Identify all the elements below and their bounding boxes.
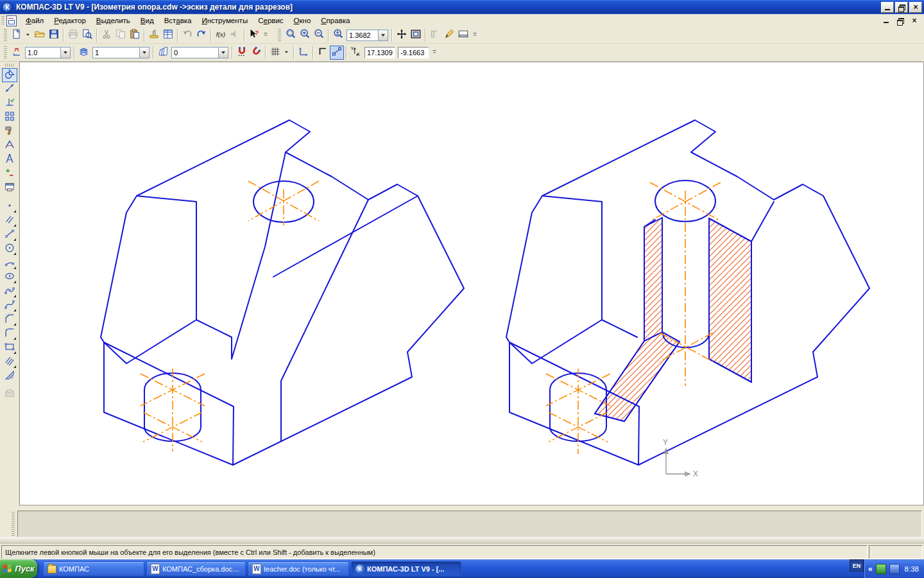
nurbs-tool-button[interactable] <box>2 285 17 299</box>
panel-button[interactable] <box>456 28 470 42</box>
menu-item-help[interactable]: Справка <box>316 15 355 26</box>
zoom-scale-button[interactable] <box>331 28 345 42</box>
section-hatch-face[interactable] <box>709 218 751 382</box>
document-icon[interactable] <box>6 15 17 26</box>
circle-tool-button[interactable] <box>2 242 17 256</box>
multiline-tool-button[interactable] <box>2 355 17 369</box>
snap-points-button[interactable] <box>330 46 344 60</box>
speaker-button[interactable] <box>228 28 242 42</box>
step-combo-input[interactable]: 1.0 <box>25 47 61 58</box>
measure-tool-button[interactable] <box>2 153 17 167</box>
format-brush-button[interactable] <box>147 28 161 42</box>
sheets-button[interactable] <box>156 46 170 60</box>
magnet-button[interactable] <box>249 46 263 60</box>
antivirus-tray-icon[interactable] <box>876 564 886 574</box>
contour-line[interactable] <box>506 120 869 465</box>
contour-line[interactable] <box>509 196 602 363</box>
hatch-tool-button[interactable] <box>2 369 17 383</box>
fragment-tool-button[interactable] <box>2 110 17 125</box>
coords-yx-button[interactable]: YX <box>349 46 363 60</box>
combo-dropdown-button[interactable] <box>219 47 228 58</box>
select-pm-tool-button[interactable] <box>2 167 17 181</box>
arc-tool-button[interactable] <box>2 256 17 270</box>
step-button[interactable] <box>10 46 24 60</box>
language-indicator[interactable]: EN <box>850 559 864 572</box>
menu-item-file[interactable]: Файл <box>21 15 49 26</box>
segment-tool-button[interactable] <box>2 228 17 242</box>
child-close-button[interactable]: × <box>910 17 919 25</box>
panel-grip[interactable] <box>5 64 14 67</box>
designation-tool-button[interactable] <box>2 96 17 110</box>
new-document-button[interactable] <box>10 28 24 42</box>
dimension-tool-button[interactable] <box>2 82 17 96</box>
rebuild-button[interactable] <box>428 28 442 42</box>
ellipse-tool-button[interactable] <box>2 270 17 285</box>
paste-button[interactable] <box>128 28 142 42</box>
grid-button[interactable] <box>268 46 282 60</box>
close-button[interactable]: × <box>909 2 922 13</box>
contour-line[interactable] <box>104 196 196 363</box>
report-tool-button[interactable] <box>2 181 17 195</box>
restore-button[interactable] <box>895 2 908 13</box>
start-button[interactable]: Пуск <box>0 559 37 578</box>
collect-tool-button[interactable] <box>2 388 17 402</box>
chevron-button[interactable] <box>261 28 270 42</box>
combo-dropdown-button[interactable] <box>379 30 388 41</box>
print-button[interactable] <box>66 28 80 42</box>
save-floppy-button[interactable] <box>47 28 61 42</box>
tray-expand-icon[interactable]: « <box>868 565 873 574</box>
fit-window-button[interactable] <box>409 28 423 42</box>
combo-dropdown-button[interactable] <box>140 47 150 58</box>
ortho-button[interactable] <box>316 46 330 60</box>
zoom-in-button[interactable] <box>298 28 312 42</box>
section-hatch-face[interactable] <box>595 332 680 421</box>
section-hatch-face[interactable] <box>644 218 662 341</box>
contour-line[interactable] <box>751 202 774 241</box>
magnet-dots-button[interactable] <box>235 46 249 60</box>
dropdown-button[interactable] <box>24 28 33 42</box>
child-minimize-button[interactable] <box>882 17 891 25</box>
parallel-tool-button[interactable] <box>2 214 17 228</box>
taskbar-button-doc-sborka[interactable]: WКОМПАС_сборка.doc - ... <box>146 561 246 576</box>
edit-pen-button[interactable] <box>442 28 456 42</box>
zoom-combo-input[interactable]: 1.3682 <box>346 30 379 41</box>
contour-line[interactable] <box>602 320 637 337</box>
sheet-combo-input[interactable]: 0 <box>171 47 219 58</box>
taskbar-button-doc-teacher[interactable]: Wteacher.doc (только чт... <box>248 561 349 576</box>
properties-grid-button[interactable] <box>161 28 175 42</box>
zoom-out-button[interactable] <box>312 28 326 42</box>
pan-button[interactable] <box>395 28 409 42</box>
coord_y-field[interactable]: -9.1663 <box>398 47 429 58</box>
combo-dropdown-button[interactable] <box>61 47 71 58</box>
rect-tool-button[interactable] <box>2 341 17 355</box>
menu-item-select[interactable]: Выделить <box>91 15 135 26</box>
left-figure[interactable] <box>101 120 464 465</box>
copy-button[interactable] <box>114 28 128 42</box>
toolbar-grip[interactable] <box>4 29 7 42</box>
print-preview-button[interactable] <box>80 28 94 42</box>
menu-item-editor[interactable]: Редактор <box>49 15 91 26</box>
geometry-tool-button[interactable] <box>2 68 17 82</box>
bezier-tool-button[interactable] <box>2 299 17 313</box>
menu-item-view[interactable]: Вид <box>135 15 159 26</box>
cut-button[interactable] <box>99 28 114 42</box>
open-folder-button[interactable] <box>33 28 47 42</box>
menu-item-insert[interactable]: Вставка <box>159 15 197 26</box>
coord_x-field[interactable]: 17.1309 <box>364 47 395 58</box>
parametrize-tool-button[interactable] <box>2 139 17 153</box>
toolbar-grip[interactable] <box>278 29 281 42</box>
chevron-button[interactable] <box>430 46 439 60</box>
child-restore-button[interactable] <box>896 17 905 25</box>
taskbar-button-folder-kompas[interactable]: КОМПАС <box>43 561 144 576</box>
menu-item-service[interactable]: Сервис <box>253 15 288 26</box>
menu-item-window[interactable]: Окно <box>289 15 316 26</box>
point-tool-button[interactable] <box>2 200 17 214</box>
undo-button[interactable] <box>180 28 194 42</box>
taskbar-button-app-kompas[interactable]: ККОМПАС-3D LT V9 - [... <box>351 561 461 576</box>
network-tray-icon[interactable] <box>889 564 900 574</box>
minimize-button[interactable] <box>881 2 894 13</box>
layer-combo-input[interactable]: 1 <box>92 47 140 58</box>
formula-fx-button[interactable]: f(x) <box>214 28 228 42</box>
help-select-button[interactable]: ? <box>247 28 261 42</box>
property-panel-grip[interactable] <box>12 512 15 536</box>
